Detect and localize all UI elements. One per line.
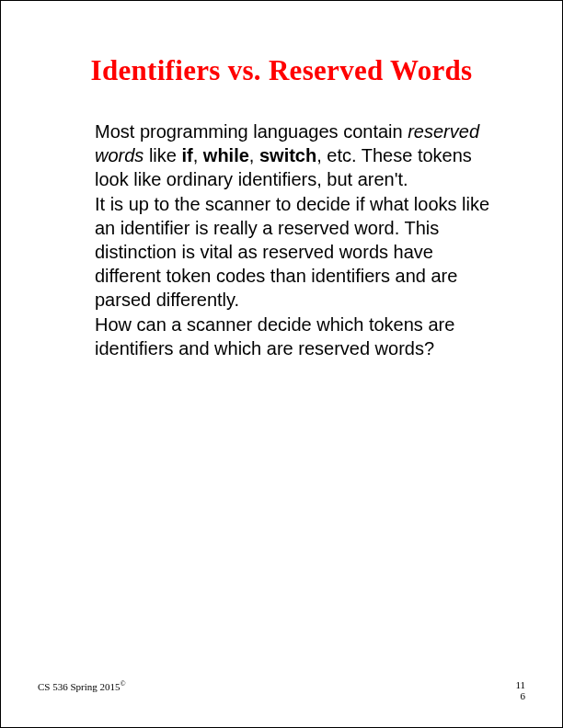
p1-bold-switch: switch xyxy=(259,145,316,165)
page-number-bottom: 6 xyxy=(515,690,525,701)
copyright-icon: © xyxy=(121,679,126,688)
footer-course: CS 536 Spring 2015© xyxy=(38,679,126,692)
paragraph-2: It is up to the scanner to decide if wha… xyxy=(95,193,490,312)
paragraph-3: How can a scanner decide which tokens ar… xyxy=(95,313,490,361)
footer-page-number: 11 6 xyxy=(515,679,525,701)
footer-course-text: CS 536 Spring 2015 xyxy=(38,680,121,691)
p1-bold-if: if xyxy=(181,145,192,165)
p1-text-mid3: , xyxy=(249,145,259,165)
slide-container: Identifiers vs. Reserved Words Most prog… xyxy=(0,0,563,728)
p1-text-mid1: like xyxy=(144,145,181,165)
p1-text-mid2: , xyxy=(193,145,203,165)
slide-title: Identifiers vs. Reserved Words xyxy=(47,54,516,87)
slide-footer: CS 536 Spring 2015© 11 6 xyxy=(38,679,525,701)
paragraph-1: Most programming languages contain reser… xyxy=(95,120,490,191)
p1-text-pre: Most programming languages contain xyxy=(95,121,408,142)
slide-body: Most programming languages contain reser… xyxy=(47,120,516,361)
p1-bold-while: while xyxy=(203,145,249,165)
page-number-top: 11 xyxy=(515,679,525,690)
